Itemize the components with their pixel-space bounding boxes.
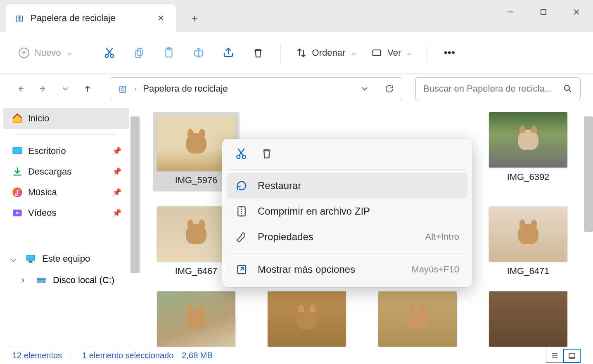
thumbnails-view-button[interactable] [563,349,581,363]
breadcrumb-separator: › [134,85,136,92]
svg-rect-22 [120,86,126,92]
file-name: IMG_5976 [175,175,218,186]
breadcrumb-location[interactable]: Papelera de reciclaje [143,83,228,94]
pin-icon[interactable]: 📌 [112,188,121,197]
pin-icon[interactable]: 📌 [112,167,121,176]
chevron-right-icon[interactable]: › [21,275,30,286]
context-restore[interactable]: Restaurar [227,173,467,199]
context-label: Propiedades [258,231,313,243]
context-properties[interactable]: Propiedades Alt+Intro [227,224,467,250]
sidebar-item-this-pc[interactable]: ⌵ Este equipo [3,248,129,269]
pin-icon[interactable]: 📌 [112,147,121,156]
context-delete-button[interactable] [260,147,273,162]
new-tab-button[interactable]: ＋ [184,7,205,28]
status-bar: 12 elementos 1 elemento seleccionado 2,6… [0,347,593,364]
thumbnail [489,206,567,262]
context-label: Mostrar más opciones [258,264,355,275]
sidebar-item-music[interactable]: Música 📌 [3,182,129,203]
file-item[interactable] [374,291,461,347]
copy-button[interactable] [126,43,152,63]
separator [16,135,116,135]
file-name: IMG_6392 [507,172,550,182]
videos-icon [12,207,23,219]
content-scrollbar[interactable] [584,116,593,232]
sidebar-item-desktop[interactable]: Escritorio 📌 [3,141,129,161]
separator [427,43,427,63]
dropdown-icon[interactable] [360,84,370,94]
file-item[interactable]: IMG_6392 [485,112,572,191]
view-button[interactable]: Ver ⌵ [365,43,417,63]
close-window-button[interactable] [560,2,593,22]
svg-rect-14 [135,51,141,57]
context-compress-zip[interactable]: Comprimir en archivo ZIP [227,199,467,224]
more-button[interactable]: ••• [436,43,463,63]
file-name: IMG_6471 [507,266,550,277]
delete-button[interactable] [245,43,271,63]
context-more-options[interactable]: Mostrar más opciones Mayús+F10 [227,257,467,282]
svg-line-12 [106,48,111,54]
thumbnail [378,291,457,347]
separator [280,43,281,63]
recent-button[interactable] [57,80,74,97]
sidebar-item-local-disk[interactable]: › Disco local (C:) [3,269,129,291]
separator [229,169,466,170]
forward-button[interactable] [35,80,51,97]
svg-point-24 [565,85,569,90]
zip-icon [235,205,248,217]
svg-rect-39 [569,353,575,357]
sidebar-label: Escritorio [28,146,66,156]
separator [72,350,72,361]
sidebar-label: Disco local (C:) [53,275,114,286]
sort-button[interactable]: Ordenar ⌵ [290,43,362,63]
svg-line-25 [569,90,571,92]
file-item[interactable] [263,291,350,347]
tab-title: Papelera de reciclaje [31,13,115,24]
separator [229,253,466,253]
svg-rect-13 [137,49,142,55]
search-input[interactable] [423,83,563,94]
close-tab-icon[interactable]: ✕ [155,11,167,26]
svg-rect-27 [13,148,22,154]
view-label: Ver [387,47,401,58]
recycle-bin-icon [118,84,128,94]
file-item[interactable]: IMG_6471 [485,206,572,277]
navigation-row: › Papelera de reciclaje [0,73,593,104]
toolbar: Nuevo ⌵ Ordenar ⌵ Ver ⌵ ••• [0,32,593,73]
context-label: Comprimir en archivo ZIP [258,206,370,217]
sidebar-item-videos[interactable]: Vídeos 📌 [3,203,129,223]
back-button[interactable] [12,80,29,97]
up-button[interactable] [79,80,96,97]
chevron-down-icon[interactable]: ⌵ [11,253,19,264]
file-item[interactable] [153,291,240,347]
sort-label: Ordenar [312,47,346,58]
paste-button[interactable] [156,43,182,63]
svg-rect-35 [37,278,46,280]
details-view-button[interactable] [546,349,563,363]
minimize-button[interactable] [494,2,527,22]
disk-icon [36,274,47,286]
new-button[interactable]: Nuevo ⌵ [12,43,78,63]
rename-button[interactable] [185,43,212,63]
download-icon [12,166,23,177]
cut-button[interactable] [96,43,123,63]
status-count: 12 elementos [12,351,62,360]
window-tab[interactable]: Papelera de reciclaje ✕ [6,4,176,32]
sidebar-item-home[interactable]: Inicio [3,108,129,129]
sidebar: Inicio Escritorio 📌 Descargas 📌 Música 📌… [0,104,132,347]
status-selection: 1 elemento seleccionado [82,351,173,360]
thumbnail [157,291,235,347]
file-item[interactable] [485,291,572,347]
recycle-bin-icon [15,14,24,23]
pin-icon[interactable]: 📌 [112,208,121,217]
status-size: 2,68 MB [182,351,212,360]
maximize-button[interactable] [527,2,560,22]
sidebar-item-downloads[interactable]: Descargas 📌 [3,161,129,182]
chevron-down-icon: ⌵ [408,49,412,57]
chevron-down-icon: ⌵ [352,49,356,57]
sidebar-label: Vídeos [28,208,57,218]
address-bar[interactable]: › Papelera de reciclaje [110,77,402,100]
context-cut-button[interactable] [235,147,248,162]
share-button[interactable] [215,43,242,63]
search-box[interactable] [415,77,581,100]
refresh-icon[interactable] [384,84,394,94]
